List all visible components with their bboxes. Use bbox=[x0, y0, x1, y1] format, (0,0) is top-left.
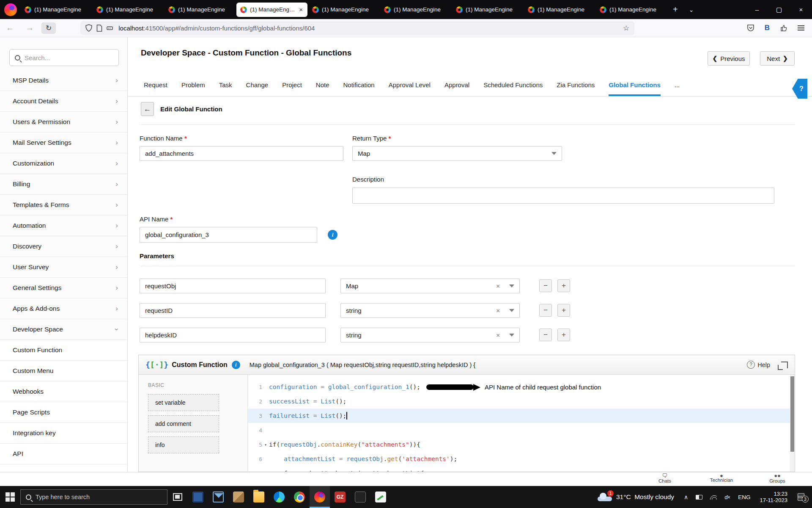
toolbox-button-info[interactable]: info bbox=[148, 436, 219, 453]
tray-network-icon[interactable] bbox=[706, 494, 721, 500]
sidebar-item-page-scripts[interactable]: Page Scripts bbox=[0, 402, 127, 423]
app-icon-mail[interactable] bbox=[208, 486, 228, 508]
browser-tab[interactable]: (1) ManageEngine bbox=[452, 3, 523, 17]
sidebar-item-msp-details[interactable]: MSP Details› bbox=[0, 70, 127, 91]
footer-chats[interactable]: 🗨 Chats bbox=[646, 473, 684, 483]
app-icon-terminal[interactable] bbox=[350, 486, 370, 508]
toolbox-button-add-comment[interactable]: add comment bbox=[148, 415, 219, 432]
browser-tab[interactable]: (1) ManageEngine bbox=[308, 3, 379, 17]
clear-icon[interactable]: × bbox=[496, 331, 500, 339]
sidebar-item-custom-modules[interactable]: Custom Modules bbox=[0, 464, 127, 472]
url-bar[interactable]: localhost:41500/app#/admin/custom-functi… bbox=[80, 21, 634, 35]
return-type-select[interactable]: Map bbox=[352, 146, 562, 161]
editor-scrollbar[interactable] bbox=[790, 375, 795, 472]
notification-center-button[interactable]: 3 bbox=[793, 493, 809, 501]
search-input[interactable] bbox=[25, 54, 113, 61]
browser-tab[interactable]: (1) ManageEngine× bbox=[236, 3, 307, 17]
toolbox-button-set-variable[interactable]: set variable bbox=[148, 394, 219, 411]
tab-change[interactable]: Change bbox=[246, 81, 269, 96]
description-input[interactable] bbox=[352, 188, 774, 204]
window-close-button[interactable]: × bbox=[790, 6, 812, 13]
next-button[interactable]: Next❯ bbox=[760, 51, 795, 66]
code-line-5[interactable]: 5▾if(requestObj.containKey("attachments"… bbox=[248, 437, 795, 452]
code-line-7[interactable]: 7 for each attachment in attachmentList{ bbox=[248, 466, 795, 472]
editor-info-icon[interactable]: i bbox=[232, 361, 240, 369]
function-name-input[interactable] bbox=[140, 146, 343, 161]
tab-project[interactable]: Project bbox=[282, 81, 302, 96]
param-type-select[interactable]: string× bbox=[340, 328, 520, 342]
forward-button[interactable]: → bbox=[20, 23, 40, 33]
sidebar-search[interactable] bbox=[9, 49, 119, 66]
api-name-input[interactable] bbox=[140, 227, 317, 243]
app-icon-grid[interactable] bbox=[188, 486, 208, 508]
sidebar-item-discovery[interactable]: Discovery› bbox=[0, 236, 127, 257]
previous-button[interactable]: ❮Previous bbox=[708, 51, 750, 66]
sidebar-item-billing[interactable]: Billing› bbox=[0, 174, 127, 195]
page-info-icon[interactable] bbox=[96, 25, 102, 32]
window-minimize-button[interactable]: – bbox=[746, 6, 768, 13]
tray-volume-muted-icon[interactable]: ɗ× bbox=[721, 494, 734, 500]
app-icon-red[interactable]: GZ bbox=[330, 486, 350, 508]
tab-approval[interactable]: Approval bbox=[444, 81, 469, 96]
param-name-input[interactable] bbox=[140, 303, 326, 318]
app-icon-file-explorer[interactable] bbox=[249, 486, 269, 508]
url-text[interactable]: localhost:41500/app#/admin/custom-functi… bbox=[118, 25, 623, 32]
bitwarden-extension-icon[interactable]: B bbox=[765, 24, 770, 32]
remove-parameter-button[interactable]: − bbox=[539, 329, 552, 341]
code-editor[interactable]: 1configuration = global_configuration_1(… bbox=[248, 375, 795, 472]
clear-icon[interactable]: × bbox=[496, 307, 500, 314]
sidebar-item-account-details[interactable]: Account Details› bbox=[0, 91, 127, 112]
tab-approval-level[interactable]: Approval Level bbox=[389, 81, 431, 96]
sidebar-item-developer-space[interactable]: Developer Space› bbox=[0, 319, 127, 340]
tray-display-icon[interactable] bbox=[692, 495, 706, 500]
app-icon-package[interactable] bbox=[228, 486, 249, 508]
param-name-input[interactable] bbox=[140, 279, 326, 293]
sidebar-item-api[interactable]: API bbox=[0, 444, 127, 464]
tab-task[interactable]: Task bbox=[219, 81, 232, 96]
api-name-info-icon[interactable]: i bbox=[328, 230, 337, 240]
browser-tab[interactable]: (1) ManageEngine bbox=[380, 3, 451, 17]
taskbar-search[interactable]: Type here to search bbox=[20, 489, 167, 505]
task-view-button[interactable] bbox=[167, 486, 188, 508]
code-line-6[interactable]: 6 attachmentList = requestObj.get('attac… bbox=[248, 452, 795, 466]
sidebar-item-customization[interactable]: Customization› bbox=[0, 153, 127, 174]
start-button[interactable] bbox=[0, 486, 20, 508]
clear-icon[interactable]: × bbox=[496, 282, 500, 290]
browser-tab[interactable]: (1) ManageEngine bbox=[21, 3, 92, 17]
remove-parameter-button[interactable]: − bbox=[539, 279, 552, 292]
sidebar-item-custom-menu[interactable]: Custom Menu bbox=[0, 361, 127, 381]
tab-overflow-menu[interactable]: ... bbox=[675, 81, 680, 96]
shield-icon[interactable] bbox=[85, 24, 92, 32]
browser-tab[interactable]: (1) ManageEngine bbox=[596, 3, 667, 17]
footer-technician[interactable]: ● Technician bbox=[702, 473, 741, 483]
code-line-1[interactable]: 1configuration = global_configuration_1(… bbox=[248, 380, 795, 394]
sidebar-item-webhooks[interactable]: Webhooks bbox=[0, 381, 127, 402]
taskbar-weather[interactable]: 1 31°C Mostly cloudy bbox=[598, 493, 674, 501]
browser-tab[interactable]: (1) ManageEngine bbox=[165, 3, 236, 17]
app-icon-firefox-active[interactable] bbox=[310, 486, 330, 508]
app-icon-chrome[interactable] bbox=[289, 486, 310, 508]
tab-request[interactable]: Request bbox=[144, 81, 167, 96]
footer-groups[interactable]: ●● Groups bbox=[758, 473, 796, 483]
fold-caret-icon[interactable]: ▾ bbox=[262, 442, 269, 447]
tray-clock[interactable]: 13:2317-11-2023 bbox=[754, 491, 793, 503]
back-button[interactable]: ← bbox=[0, 23, 20, 33]
tab-zia-functions[interactable]: Zia Functions bbox=[557, 81, 595, 96]
firefox-app-icon[interactable] bbox=[4, 3, 17, 16]
tray-language[interactable]: ENG bbox=[734, 494, 754, 500]
back-to-list-button[interactable]: ← bbox=[141, 102, 154, 116]
code-line-4[interactable]: 4 bbox=[248, 423, 795, 437]
sidebar-item-general-settings[interactable]: General Settings› bbox=[0, 278, 127, 298]
scrollbar-thumb[interactable] bbox=[790, 376, 794, 452]
editor-help-link[interactable]: ?Help bbox=[747, 361, 770, 369]
add-parameter-button[interactable]: + bbox=[557, 329, 570, 341]
browser-tab[interactable]: (1) ManageEngine bbox=[93, 3, 164, 17]
window-maximize-button[interactable]: ▢ bbox=[768, 6, 790, 14]
sidebar-item-mail-server-settings[interactable]: Mail Server Settings› bbox=[0, 133, 127, 153]
remove-parameter-button[interactable]: − bbox=[539, 304, 552, 317]
fullscreen-icon[interactable] bbox=[781, 362, 788, 368]
extension-thumb-icon[interactable] bbox=[780, 24, 787, 32]
code-line-2[interactable]: 2successList = List(); bbox=[248, 394, 795, 409]
tab-global-functions[interactable]: Global Functions bbox=[609, 81, 661, 96]
permission-icon[interactable] bbox=[107, 25, 114, 31]
